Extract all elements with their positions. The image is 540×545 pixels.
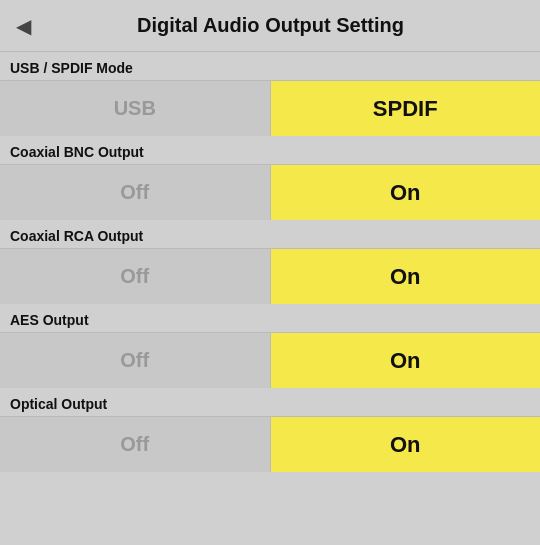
section-coaxial-rca-label: Coaxial RCA Output bbox=[0, 220, 540, 248]
page-title: Digital Audio Output Setting bbox=[41, 14, 500, 37]
coaxial-rca-on[interactable]: On bbox=[271, 249, 541, 304]
coaxial-bnc-toggle-row: Off On bbox=[0, 164, 540, 220]
section-optical-label: Optical Output bbox=[0, 388, 540, 416]
section-aes-label: AES Output bbox=[0, 304, 540, 332]
usb-option[interactable]: USB bbox=[0, 81, 271, 136]
header: ◀ Digital Audio Output Setting bbox=[0, 0, 540, 52]
coaxial-rca-toggle-row: Off On bbox=[0, 248, 540, 304]
spdif-option[interactable]: SPDIF bbox=[271, 81, 541, 136]
optical-toggle-row: Off On bbox=[0, 416, 540, 472]
coaxial-bnc-on[interactable]: On bbox=[271, 165, 541, 220]
section-coaxial-bnc-label: Coaxial BNC Output bbox=[0, 136, 540, 164]
coaxial-rca-off[interactable]: Off bbox=[0, 249, 271, 304]
optical-off[interactable]: Off bbox=[0, 417, 271, 472]
aes-on[interactable]: On bbox=[271, 333, 541, 388]
usb-spdif-toggle-row: USB SPDIF bbox=[0, 80, 540, 136]
aes-toggle-row: Off On bbox=[0, 332, 540, 388]
section-usb-spdif-label: USB / SPDIF Mode bbox=[0, 52, 540, 80]
coaxial-bnc-off[interactable]: Off bbox=[0, 165, 271, 220]
back-button[interactable]: ◀ bbox=[16, 14, 31, 38]
aes-off[interactable]: Off bbox=[0, 333, 271, 388]
optical-on[interactable]: On bbox=[271, 417, 541, 472]
